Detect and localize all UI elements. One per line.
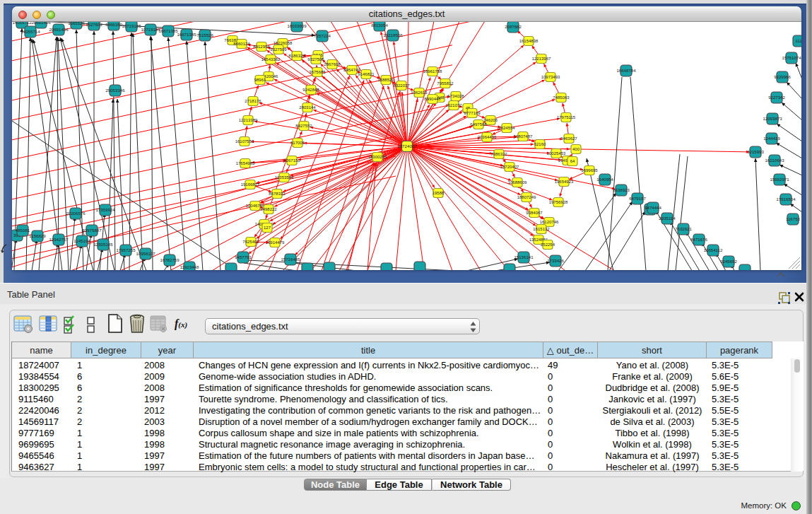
svg-text:7357224: 7357224: [314, 33, 331, 38]
svg-text:16648784: 16648784: [616, 68, 636, 73]
svg-text:1640954: 1640954: [596, 177, 613, 182]
svg-text:12942757: 12942757: [49, 237, 69, 242]
svg-text:6497568: 6497568: [470, 122, 487, 127]
svg-text:1527602: 1527602: [86, 22, 102, 27]
svg-text:12505185: 12505185: [93, 242, 113, 247]
svg-text:9327509: 9327509: [270, 47, 287, 52]
svg-text:16671385: 16671385: [158, 28, 178, 33]
svg-text:15692971: 15692971: [770, 177, 789, 182]
svg-text:98961: 98961: [254, 78, 266, 82]
svg-text:8471676: 8471676: [690, 237, 707, 242]
svg-text:116753: 116753: [786, 216, 800, 221]
svg-text:3498222: 3498222: [260, 207, 277, 211]
svg-text:18300295: 18300295: [368, 155, 387, 159]
svg-text:9227342: 9227342: [768, 95, 785, 100]
svg-text:7625402: 7625402: [242, 240, 259, 244]
svg-text:14055712: 14055712: [12, 22, 32, 25]
svg-text:16107553: 16107553: [235, 139, 254, 144]
svg-text:7515526: 7515526: [196, 33, 213, 37]
svg-text:9457791: 9457791: [235, 255, 252, 259]
svg-text:16154838: 16154838: [519, 39, 539, 43]
svg-text:2718176: 2718176: [245, 99, 261, 103]
svg-text:3624554: 3624554: [498, 126, 515, 130]
svg-text:3675685: 3675685: [309, 70, 326, 74]
svg-text:16210643: 16210643: [765, 158, 784, 163]
svg-text:12213389: 12213389: [239, 118, 258, 122]
svg-text:1065526: 1065526: [68, 22, 85, 25]
svg-text:16671385: 16671385: [177, 32, 196, 37]
svg-text:9084067: 9084067: [526, 211, 543, 215]
svg-text:64: 64: [570, 159, 575, 163]
svg-text:1244419: 1244419: [763, 136, 780, 141]
svg-text:7386322: 7386322: [490, 152, 507, 156]
svg-text:1733426: 1733426: [547, 258, 564, 263]
svg-text:9474444: 9474444: [645, 205, 661, 210]
svg-text:8660124: 8660124: [233, 42, 250, 46]
svg-text:19588: 19588: [433, 191, 445, 195]
svg-text:9699695: 9699695: [581, 168, 598, 173]
svg-text:17359924: 17359924: [95, 207, 115, 212]
svg-text:10025453: 10025453: [547, 151, 566, 156]
svg-text:16543362: 16543362: [261, 57, 281, 62]
svg-text:18807249: 18807249: [517, 195, 536, 199]
svg-text:485081: 485081: [16, 228, 30, 233]
svg-text:8912954: 8912954: [253, 45, 270, 49]
svg-text:16961758: 16961758: [423, 69, 442, 74]
svg-text:10688609: 10688609: [508, 180, 527, 185]
svg-text:16914479: 16914479: [266, 240, 285, 245]
svg-text:18724007: 18724007: [397, 144, 417, 148]
svg-text:6466160: 6466160: [105, 22, 122, 27]
svg-text:16782759: 16782759: [160, 257, 180, 262]
svg-text:127: 127: [264, 226, 271, 230]
svg-text:20691406: 20691406: [49, 27, 69, 32]
svg-text:6479197: 6479197: [629, 196, 646, 201]
svg-text:1145194: 1145194: [73, 238, 90, 243]
svg-text:10973493: 10973493: [541, 75, 560, 79]
svg-text:19218506: 19218506: [383, 33, 403, 37]
svg-text:7485063: 7485063: [553, 95, 570, 100]
svg-text:2087682: 2087682: [505, 24, 522, 29]
svg-text:400: 400: [572, 147, 580, 151]
svg-text:17016504: 17016504: [776, 197, 796, 201]
svg-text:2935114: 2935114: [659, 216, 676, 221]
svg-text:20691406: 20691406: [31, 22, 51, 25]
svg-text:12093873: 12093873: [763, 116, 782, 121]
svg-text:9777169: 9777169: [464, 111, 481, 115]
svg-text:111: 111: [795, 38, 801, 43]
svg-text:10654112: 10654112: [704, 247, 723, 252]
svg-text:12353594: 12353594: [275, 175, 294, 180]
svg-text:15716485: 15716485: [281, 257, 300, 262]
svg-text:9242848: 9242848: [302, 88, 319, 92]
svg-text:16033809: 16033809: [287, 23, 307, 28]
svg-text:617006: 617006: [290, 141, 305, 145]
svg-text:8215993: 8215993: [747, 149, 764, 154]
svg-text:19654923: 19654923: [555, 180, 574, 184]
svg-text:9463627: 9463627: [560, 136, 577, 141]
svg-text:1588520: 1588520: [377, 78, 394, 82]
svg-text:8322037: 8322037: [393, 83, 410, 88]
svg-text:62160: 62160: [534, 142, 546, 146]
svg-text:9146821: 9146821: [358, 72, 375, 76]
svg-text:8427552: 8427552: [295, 124, 312, 128]
svg-text:6734028: 6734028: [447, 94, 464, 98]
svg-text:10719185: 10719185: [141, 27, 160, 32]
svg-text:17957255: 17957255: [116, 247, 136, 252]
svg-text:29053346: 29053346: [105, 88, 125, 93]
svg-text:11923448: 11923448: [180, 264, 199, 269]
svg-text:1156829: 1156829: [29, 233, 46, 238]
svg-text:9329966: 9329966: [774, 74, 791, 79]
svg-text:9327505: 9327505: [307, 57, 324, 62]
svg-text:1362615: 1362615: [411, 90, 428, 95]
svg-text:2867608: 2867608: [324, 62, 341, 66]
svg-text:8813054: 8813054: [371, 23, 388, 28]
svg-text:8938923: 8938923: [613, 187, 630, 192]
svg-text:14055714: 14055714: [20, 29, 40, 34]
svg-text:93975887: 93975887: [82, 228, 102, 233]
svg-text:8990448: 8990448: [424, 97, 441, 101]
svg-text:9245652: 9245652: [720, 259, 737, 264]
svg-text:17654985: 17654985: [236, 161, 255, 165]
svg-text:8678332: 8678332: [269, 192, 286, 196]
svg-text:16120746: 16120746: [540, 220, 559, 224]
svg-text:15136141: 15136141: [514, 255, 534, 259]
svg-text:17975115: 17975115: [557, 115, 576, 119]
